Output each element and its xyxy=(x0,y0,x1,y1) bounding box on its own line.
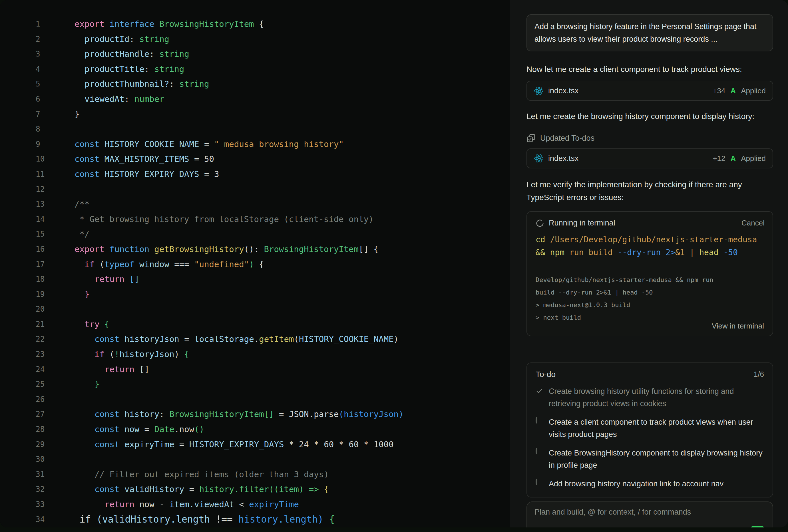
code-token: string xyxy=(159,49,189,59)
code-token: BrowsingHistoryItem xyxy=(264,244,359,254)
terminal-token: -50 xyxy=(724,248,738,257)
terminal-token: head xyxy=(699,248,723,257)
todo-item[interactable]: Create a client component to track produ… xyxy=(536,416,764,441)
terminal-token: &1 xyxy=(675,248,690,257)
line-number: 2 xyxy=(36,32,40,47)
code-line: 16export function getBrowsingHistory(): … xyxy=(0,242,510,257)
line-number: 26 xyxy=(36,392,44,407)
code-line: 13/** xyxy=(0,197,510,212)
code-text: } xyxy=(75,107,79,122)
file-name: index.tsx xyxy=(548,154,579,163)
line-number: 30 xyxy=(36,452,44,467)
code-editor[interactable]: 1export interface BrowsingHistoryItem {2… xyxy=(0,0,510,528)
code-token: return xyxy=(95,274,129,284)
code-token: if xyxy=(84,260,99,269)
todo-list: Create browsing history utility function… xyxy=(536,385,764,490)
line-number: 31 xyxy=(36,467,44,482)
code-line: 14 * Get browsing history from localStor… xyxy=(0,212,510,227)
code-line: 19} xyxy=(0,287,510,302)
terminal-command-line: cd /Users/Develop/github/nextjs-starter-… xyxy=(536,233,764,246)
todo-check-icon[interactable] xyxy=(536,385,549,394)
code-token: string xyxy=(154,64,184,74)
todo-title: To-do xyxy=(536,370,556,379)
todo-item[interactable]: Create BrowsingHistory component to disp… xyxy=(536,447,764,471)
code-token: "_medusa_browsing_history" xyxy=(214,139,344,149)
code-line: 20 xyxy=(0,302,510,317)
code-token: const xyxy=(75,139,104,149)
code-line: 33return now - item.viewedAt < expiryTim… xyxy=(0,497,510,512)
composer: ∞ Agent Auto xyxy=(527,502,773,528)
code-token: () xyxy=(194,424,204,434)
line-number: 16 xyxy=(36,242,44,257)
chat-input[interactable] xyxy=(534,508,765,517)
code-token: */ xyxy=(75,229,90,239)
file-diff-card-1[interactable]: index.tsx +34 A Applied xyxy=(527,81,773,101)
line-number: 23 xyxy=(36,347,44,362)
todo-item[interactable]: Create browsing history utility function… xyxy=(536,385,764,410)
line-number: 33 xyxy=(36,497,44,512)
line-number: 8 xyxy=(36,122,40,137)
line-number: 10 xyxy=(36,151,44,167)
code-token: = 50 xyxy=(194,154,214,164)
code-line: 21try { xyxy=(0,317,510,332)
code-text: } xyxy=(75,377,99,392)
code-line: 8 xyxy=(0,122,510,137)
line-number: 5 xyxy=(36,77,40,91)
code-token: : xyxy=(144,64,155,74)
code-text: const HISTORY_EXPIRY_DAYS = 3 xyxy=(75,167,219,182)
code-token: ( xyxy=(99,260,104,269)
line-number: 11 xyxy=(36,167,44,182)
code-text: // Filter out expired items (older than … xyxy=(75,467,329,482)
line-number: 24 xyxy=(36,362,44,377)
todo-item-text: Create a client component to track produ… xyxy=(549,416,764,441)
accepted-badge: A xyxy=(730,86,736,95)
code-text: try { xyxy=(75,317,109,332)
code-token: export xyxy=(75,19,109,29)
assistant-message-3: Let me verify the implementation by chec… xyxy=(527,178,773,204)
record-send-button[interactable] xyxy=(750,526,765,528)
code-token: ) xyxy=(249,260,259,269)
todo-item-text: Create BrowsingHistory component to disp… xyxy=(549,447,764,471)
line-number: 19 xyxy=(36,287,44,302)
code-token: { xyxy=(104,320,109,329)
code-text: if (typeof window === "undefined") { xyxy=(75,257,264,272)
code-token: HISTORY_EXPIRY_DAYS xyxy=(104,169,204,179)
code-text: productTitle: string xyxy=(75,62,184,77)
todo-circle-icon[interactable] xyxy=(536,478,549,485)
code-token: ( xyxy=(294,334,299,344)
code-token: productThumbnail? xyxy=(84,79,169,89)
code-token: window xyxy=(139,260,174,269)
terminal-token: run xyxy=(569,248,588,257)
code-text: export function getBrowsingHistory(): Br… xyxy=(75,242,379,257)
code-text: return now - item.viewedAt < expiryTime xyxy=(75,497,299,512)
code-token: = xyxy=(204,139,214,149)
file-diff-card-2[interactable]: index.tsx +12 A Applied xyxy=(527,148,773,168)
line-number: 6 xyxy=(36,91,40,107)
cancel-button[interactable]: Cancel xyxy=(742,219,765,227)
code-token: : xyxy=(169,79,179,89)
code-text: return [] xyxy=(75,362,149,377)
code-token: history xyxy=(124,409,159,419)
line-number: 3 xyxy=(36,46,40,62)
todo-item[interactable]: Add browsing history navigation link to … xyxy=(536,478,764,490)
code-token: getItem xyxy=(259,334,294,344)
line-number: 20 xyxy=(36,302,44,317)
code-token: BrowsingHistoryItem xyxy=(159,19,259,29)
copy-check-icon xyxy=(527,134,536,143)
code-token: "undefined" xyxy=(194,260,249,269)
code-text: const validHistory = history.filter((ite… xyxy=(75,482,329,497)
code-line: 4productTitle: string xyxy=(0,62,510,77)
code-line: 17if (typeof window === "undefined") { xyxy=(0,257,510,272)
code-token: if xyxy=(80,514,97,525)
code-token: const xyxy=(95,484,124,494)
todo-item-text: Add browsing history navigation link to … xyxy=(549,478,724,490)
code-line: 23if (!historyJson) { xyxy=(0,347,510,362)
react-icon xyxy=(534,154,544,163)
todo-circle-icon[interactable] xyxy=(536,416,549,423)
code-line: 32const validHistory = history.filter((i… xyxy=(0,482,510,497)
code-token: HISTORY_EXPIRY_DAYS xyxy=(189,439,289,449)
updated-todos-row[interactable]: Updated To-dos xyxy=(527,134,773,143)
user-message-text: Add a browsing history feature in the Pe… xyxy=(534,22,756,43)
diff-added-count: +12 xyxy=(713,154,725,163)
todo-circle-icon[interactable] xyxy=(536,447,549,454)
